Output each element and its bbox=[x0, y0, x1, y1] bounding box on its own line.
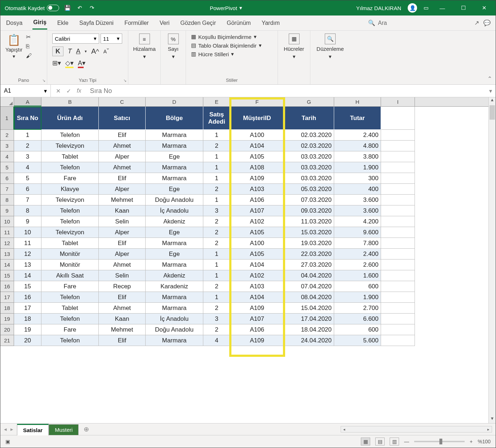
row-header[interactable]: 19 bbox=[0, 314, 14, 324]
name-box[interactable]: A1 ▾ bbox=[0, 85, 51, 97]
table-cell[interactable]: 2.700 bbox=[334, 303, 381, 314]
table-cell[interactable]: Marmara bbox=[146, 303, 203, 314]
chevron-down-icon[interactable]: ▾ bbox=[254, 34, 257, 40]
table-cell[interactable]: Doğu Anadolu bbox=[146, 324, 203, 335]
row-header[interactable]: 16 bbox=[0, 281, 14, 292]
minimize-icon[interactable]: — bbox=[435, 5, 449, 11]
table-cell[interactable]: Ahmet bbox=[99, 303, 146, 314]
row-header[interactable]: 7 bbox=[0, 184, 14, 195]
row-header[interactable]: 20 bbox=[0, 324, 14, 335]
row-header[interactable]: 10 bbox=[0, 216, 14, 227]
tab-dosya[interactable]: Dosya bbox=[5, 17, 23, 29]
table-cell[interactable]: Fare bbox=[41, 324, 99, 335]
table-cell[interactable]: 3 bbox=[203, 314, 230, 324]
row-header[interactable]: 4 bbox=[0, 151, 14, 162]
tab-gorunum[interactable]: Görünüm bbox=[226, 17, 252, 29]
column-header-A[interactable]: A bbox=[14, 97, 41, 106]
table-cell[interactable]: 02.03.2020 bbox=[284, 141, 334, 151]
table-cell[interactable]: A107 bbox=[230, 205, 284, 216]
table-cell[interactable]: 2 bbox=[203, 303, 230, 314]
table-cell[interactable]: Elif bbox=[99, 238, 146, 249]
column-header-G[interactable]: G bbox=[284, 97, 334, 106]
underline-button[interactable]: A bbox=[76, 48, 80, 55]
cells-button[interactable]: ▦ Hücreler ▾ bbox=[283, 34, 305, 60]
table-cell[interactable]: A108 bbox=[230, 162, 284, 173]
table-cell[interactable]: Telefon bbox=[41, 205, 99, 216]
chevron-down-icon[interactable]: ▾ bbox=[259, 42, 262, 49]
redo-icon[interactable]: ↷ bbox=[89, 4, 96, 12]
table-cell[interactable]: A109 bbox=[230, 335, 284, 346]
tab-gozden[interactable]: Gözden Geçir bbox=[180, 17, 217, 29]
table-cell[interactable]: A106 bbox=[230, 324, 284, 335]
table-cell[interactable]: 11 bbox=[14, 238, 41, 249]
scroll-thumb[interactable] bbox=[490, 105, 495, 120]
empty-cell[interactable] bbox=[381, 324, 415, 335]
editing-button[interactable]: 🔍 Düzenleme ▾ bbox=[315, 34, 345, 60]
table-cell[interactable]: 2.400 bbox=[334, 249, 381, 260]
table-cell[interactable]: Marmara bbox=[146, 260, 203, 270]
zoom-value[interactable]: %100 bbox=[478, 439, 491, 444]
table-cell[interactable]: 5.600 bbox=[334, 335, 381, 346]
table-header-cell[interactable]: Satıcı bbox=[99, 107, 146, 130]
chevron-down-icon[interactable]: ▾ bbox=[117, 35, 120, 42]
table-cell[interactable]: A109 bbox=[230, 173, 284, 184]
table-header-cell[interactable]: Bölge bbox=[146, 107, 203, 130]
tab-sayfa[interactable]: Sayfa Düzeni bbox=[79, 17, 114, 29]
table-cell[interactable]: 14 bbox=[14, 270, 41, 281]
table-cell[interactable]: 1 bbox=[203, 260, 230, 270]
zoom-out-button[interactable]: — bbox=[404, 439, 409, 444]
row-header[interactable]: 14 bbox=[0, 260, 14, 270]
table-cell[interactable]: A104 bbox=[230, 292, 284, 303]
maximize-icon[interactable]: ☐ bbox=[456, 5, 470, 11]
table-cell[interactable]: A107 bbox=[230, 314, 284, 324]
row-header[interactable]: 6 bbox=[0, 173, 14, 184]
table-cell[interactable]: 16 bbox=[14, 292, 41, 303]
new-sheet-button[interactable]: ⊕ bbox=[79, 425, 94, 433]
table-header-cell[interactable]: Tutar bbox=[334, 107, 381, 130]
table-cell[interactable]: A102 bbox=[230, 216, 284, 227]
column-header-C[interactable]: C bbox=[99, 97, 146, 106]
table-cell[interactable]: 2 bbox=[14, 141, 41, 151]
table-cell[interactable]: Ege bbox=[146, 151, 203, 162]
table-cell[interactable]: Telefon bbox=[41, 216, 99, 227]
empty-cell[interactable] bbox=[381, 238, 415, 249]
sheet-tab-musteri[interactable]: Musteri bbox=[49, 424, 79, 435]
table-cell[interactable]: Elif bbox=[99, 173, 146, 184]
table-cell[interactable]: Alper bbox=[99, 227, 146, 238]
table-cell[interactable]: Ahmet bbox=[99, 141, 146, 151]
table-header-cell[interactable]: MüşteriID bbox=[230, 107, 284, 130]
table-cell[interactable]: Ahmet bbox=[99, 260, 146, 270]
bold-button[interactable]: K bbox=[52, 46, 63, 56]
vertical-scrollbar[interactable]: ▲ ▼ bbox=[488, 97, 496, 423]
sheet-prev-icon[interactable]: ◂ bbox=[4, 426, 7, 433]
shrink-font-button[interactable]: Aˇ bbox=[103, 48, 109, 55]
table-cell[interactable]: Televizyon bbox=[41, 195, 99, 205]
table-cell[interactable]: Monitör bbox=[41, 249, 99, 260]
row-header[interactable]: 13 bbox=[0, 249, 14, 260]
chevron-down-icon[interactable]: ▾ bbox=[13, 53, 15, 59]
chevron-down-icon[interactable]: ▾ bbox=[293, 53, 296, 60]
table-cell[interactable]: 3 bbox=[203, 205, 230, 216]
table-cell[interactable]: 18.04.2020 bbox=[284, 324, 334, 335]
table-cell[interactable]: Marmara bbox=[146, 292, 203, 303]
row-header[interactable]: 8 bbox=[0, 195, 14, 205]
empty-cell[interactable] bbox=[381, 227, 415, 238]
comments-icon[interactable]: 💬 bbox=[483, 19, 491, 26]
table-header-cell[interactable]: Sıra No bbox=[14, 107, 41, 130]
empty-cell[interactable] bbox=[381, 173, 415, 184]
table-cell[interactable]: Kaan bbox=[99, 314, 146, 324]
table-cell[interactable]: Doğu Anadolu bbox=[146, 195, 203, 205]
table-cell[interactable]: Klavye bbox=[41, 184, 99, 195]
row-header[interactable]: 21 bbox=[0, 335, 14, 346]
table-cell[interactable]: Telefon bbox=[41, 162, 99, 173]
table-cell[interactable]: 2 bbox=[203, 184, 230, 195]
table-cell[interactable]: 20 bbox=[14, 335, 41, 346]
row-header[interactable]: 18 bbox=[0, 303, 14, 314]
row-header[interactable]: 3 bbox=[0, 141, 14, 151]
table-cell[interactable]: A104 bbox=[230, 260, 284, 270]
conditional-format-button[interactable]: ▦Koşullu Biçimlendirme ▾ bbox=[191, 34, 273, 40]
empty-cell[interactable] bbox=[381, 314, 415, 324]
row-header[interactable]: 1 bbox=[0, 107, 14, 130]
table-cell[interactable]: 1.900 bbox=[334, 292, 381, 303]
table-cell[interactable]: Fare bbox=[41, 173, 99, 184]
